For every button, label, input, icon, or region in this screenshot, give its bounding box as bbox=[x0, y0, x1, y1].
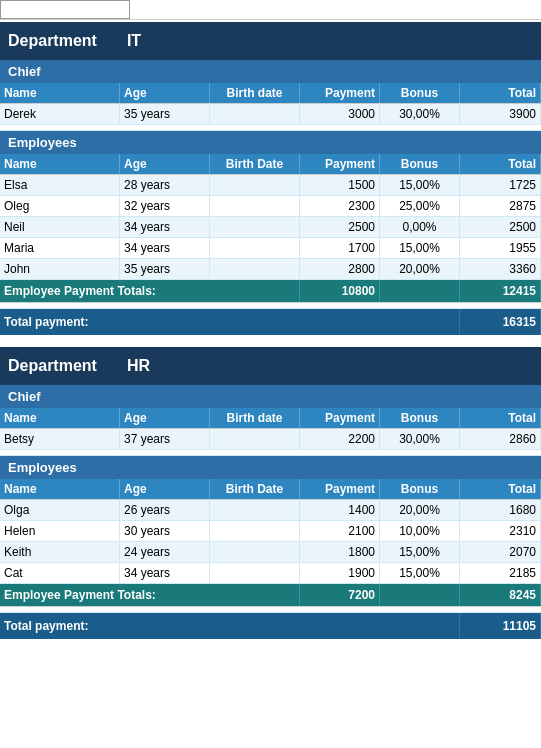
dept-name-hr: HR bbox=[127, 357, 150, 375]
chief-cell-0-2-hr bbox=[210, 429, 300, 449]
chief-cell-0-5-hr: 2860 bbox=[460, 429, 541, 449]
emp-cell-1-4-hr: 10,00% bbox=[380, 521, 460, 541]
employees-col-headers-it: NameAgeBirth DatePaymentBonusTotal bbox=[0, 154, 541, 175]
emp-cell-0-1-it: 28 years bbox=[120, 175, 210, 195]
chief-cell-0-5-it: 3900 bbox=[460, 104, 541, 124]
emp-cell-1-4-it: 25,00% bbox=[380, 196, 460, 216]
emp-col-0-hr: Name bbox=[0, 479, 120, 499]
total-payment-value-hr: 11105 bbox=[460, 613, 541, 639]
dept-gap-it bbox=[0, 337, 541, 345]
chief-cell-0-2-it bbox=[210, 104, 300, 124]
top-bar bbox=[0, 0, 541, 20]
emp-col-2-it: Birth Date bbox=[210, 154, 300, 174]
emp-cell-1-0-hr: Helen bbox=[0, 521, 120, 541]
chief-row-0-it: Derek35 years300030,00%3900 bbox=[0, 104, 541, 125]
emp-cell-2-3-hr: 1800 bbox=[300, 542, 380, 562]
emp-cell-4-1-it: 35 years bbox=[120, 259, 210, 279]
emp-cell-3-4-hr: 15,00% bbox=[380, 563, 460, 583]
dept-header-hr: Department HR bbox=[0, 345, 541, 385]
dept-name-it: IT bbox=[127, 32, 141, 50]
emp-cell-2-5-hr: 2070 bbox=[460, 542, 541, 562]
totals-label-it: Employee Payment Totals: bbox=[0, 280, 300, 302]
total-payment-row-hr: Total payment:11105 bbox=[0, 613, 541, 641]
formula-cell[interactable] bbox=[0, 0, 130, 19]
emp-col-5-it: Total bbox=[460, 154, 541, 174]
emp-cell-2-0-hr: Keith bbox=[0, 542, 120, 562]
emp-cell-0-4-hr: 20,00% bbox=[380, 500, 460, 520]
emp-col-5-hr: Total bbox=[460, 479, 541, 499]
emp-row-0-it: Elsa28 years150015,00%1725 bbox=[0, 175, 541, 196]
emp-col-4-it: Bonus bbox=[380, 154, 460, 174]
emp-cell-3-5-hr: 2185 bbox=[460, 563, 541, 583]
emp-cell-2-2-it bbox=[210, 217, 300, 237]
totals-row-it: Employee Payment Totals:1080012415 bbox=[0, 280, 541, 303]
emp-cell-3-2-it bbox=[210, 238, 300, 258]
chief-cell-0-0-hr: Betsy bbox=[0, 429, 120, 449]
dept-label-it: Department bbox=[8, 32, 97, 50]
emp-row-2-hr: Keith24 years180015,00%2070 bbox=[0, 542, 541, 563]
emp-cell-4-4-it: 20,00% bbox=[380, 259, 460, 279]
emp-cell-1-5-it: 2875 bbox=[460, 196, 541, 216]
chief-col-2-hr: Birth date bbox=[210, 408, 300, 428]
employees-label-it: Employees bbox=[0, 131, 541, 154]
emp-col-2-hr: Birth Date bbox=[210, 479, 300, 499]
chief-col-0-it: Name bbox=[0, 83, 120, 103]
totals-row-hr: Employee Payment Totals:72008245 bbox=[0, 584, 541, 607]
employees-col-headers-hr: NameAgeBirth DatePaymentBonusTotal bbox=[0, 479, 541, 500]
emp-cell-0-0-hr: Olga bbox=[0, 500, 120, 520]
chief-cell-0-3-it: 3000 bbox=[300, 104, 380, 124]
emp-cell-2-1-it: 34 years bbox=[120, 217, 210, 237]
totals-payment-it: 10800 bbox=[300, 280, 380, 302]
chief-label-hr: Chief bbox=[0, 385, 541, 408]
emp-cell-2-1-hr: 24 years bbox=[120, 542, 210, 562]
totals-total-it: 12415 bbox=[460, 280, 541, 302]
dept-header-it: Department IT bbox=[0, 20, 541, 60]
totals-payment-hr: 7200 bbox=[300, 584, 380, 606]
emp-cell-1-1-it: 32 years bbox=[120, 196, 210, 216]
emp-cell-1-3-hr: 2100 bbox=[300, 521, 380, 541]
emp-cell-3-1-hr: 34 years bbox=[120, 563, 210, 583]
totals-label-hr: Employee Payment Totals: bbox=[0, 584, 300, 606]
emp-cell-3-2-hr bbox=[210, 563, 300, 583]
chief-col-4-it: Bonus bbox=[380, 83, 460, 103]
chief-col-headers-hr: NameAgeBirth datePaymentBonusTotal bbox=[0, 408, 541, 429]
emp-cell-4-5-it: 3360 bbox=[460, 259, 541, 279]
emp-cell-1-1-hr: 30 years bbox=[120, 521, 210, 541]
chief-col-0-hr: Name bbox=[0, 408, 120, 428]
emp-row-1-it: Oleg32 years230025,00%2875 bbox=[0, 196, 541, 217]
emp-cell-4-0-it: John bbox=[0, 259, 120, 279]
chief-cell-0-1-hr: 37 years bbox=[120, 429, 210, 449]
emp-row-2-it: Neil34 years25000,00%2500 bbox=[0, 217, 541, 238]
chief-col-5-it: Total bbox=[460, 83, 541, 103]
total-payment-value-it: 16315 bbox=[460, 309, 541, 335]
chief-col-1-it: Age bbox=[120, 83, 210, 103]
emp-cell-3-4-it: 15,00% bbox=[380, 238, 460, 258]
emp-row-0-hr: Olga26 years140020,00%1680 bbox=[0, 500, 541, 521]
emp-cell-2-3-it: 2500 bbox=[300, 217, 380, 237]
emp-row-4-it: John35 years280020,00%3360 bbox=[0, 259, 541, 280]
emp-cell-0-1-hr: 26 years bbox=[120, 500, 210, 520]
emp-row-3-it: Maria34 years170015,00%1955 bbox=[0, 238, 541, 259]
emp-col-3-it: Payment bbox=[300, 154, 380, 174]
chief-col-3-hr: Payment bbox=[300, 408, 380, 428]
emp-cell-3-1-it: 34 years bbox=[120, 238, 210, 258]
chief-cell-0-0-it: Derek bbox=[0, 104, 120, 124]
emp-cell-2-0-it: Neil bbox=[0, 217, 120, 237]
emp-cell-2-2-hr bbox=[210, 542, 300, 562]
chief-row-0-hr: Betsy37 years220030,00%2860 bbox=[0, 429, 541, 450]
emp-cell-3-0-it: Maria bbox=[0, 238, 120, 258]
employees-label-hr: Employees bbox=[0, 456, 541, 479]
chief-cell-0-3-hr: 2200 bbox=[300, 429, 380, 449]
chief-col-2-it: Birth date bbox=[210, 83, 300, 103]
emp-cell-0-2-it bbox=[210, 175, 300, 195]
emp-cell-1-2-hr bbox=[210, 521, 300, 541]
emp-col-4-hr: Bonus bbox=[380, 479, 460, 499]
emp-cell-0-3-it: 1500 bbox=[300, 175, 380, 195]
emp-col-0-it: Name bbox=[0, 154, 120, 174]
emp-cell-1-5-hr: 2310 bbox=[460, 521, 541, 541]
emp-cell-1-3-it: 2300 bbox=[300, 196, 380, 216]
totals-bonus-hr bbox=[380, 584, 460, 606]
total-payment-row-it: Total payment:16315 bbox=[0, 309, 541, 337]
emp-row-1-hr: Helen30 years210010,00%2310 bbox=[0, 521, 541, 542]
totals-total-hr: 8245 bbox=[460, 584, 541, 606]
